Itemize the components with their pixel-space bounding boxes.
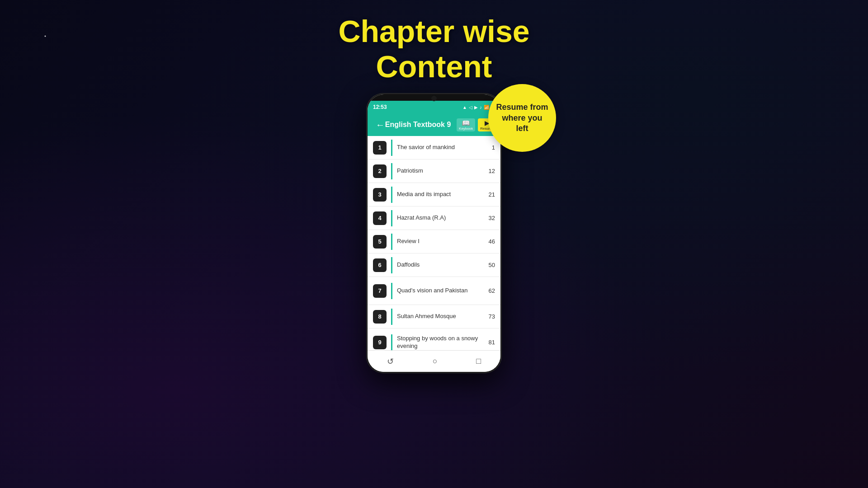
chapter-divider [391,234,392,250]
resume-bubble[interactable]: Resume from where you left [488,84,556,152]
refresh-button[interactable]: ↺ [380,353,401,370]
chapter-page: 1 [492,144,495,151]
keybook-icon-box[interactable]: 📖 Keybook [457,118,475,131]
book-icon: 📖 [462,119,470,127]
chapter-num-badge: 6 [373,258,387,272]
chapter-page: 32 [489,215,495,221]
svg-point-0 [45,36,46,37]
music-icon: ♪ [480,105,482,110]
wifi-icon: 📶 [484,105,489,110]
chapter-page: 21 [489,191,495,198]
chapter-num-badge: 5 [373,235,387,249]
chapter-page: 62 [489,287,495,294]
page-title: Chapter wise Content [338,14,529,84]
chapter-divider [391,334,392,351]
chapter-page: 50 [489,262,495,268]
chapter-divider [391,187,392,203]
chapter-num-badge: 8 [373,310,387,324]
chapter-page: 73 [489,313,495,320]
chapter-name: Patriotism [397,167,489,175]
resume-text: Resume from where you left [495,102,549,134]
chapter-divider [391,309,392,325]
chapter-name: Media and its impact [397,191,489,198]
chapter-item-3[interactable]: 3 Media and its impact 21 [368,183,500,206]
chapter-page: 46 [489,238,495,245]
home-button[interactable]: ○ [425,353,445,370]
keybook-label: Keybook [459,127,473,131]
chapter-list: 1 The savior of mankind 1 2 Patriotism 1… [368,136,500,350]
chapter-item-1[interactable]: 1 The savior of mankind 1 [368,136,500,160]
chapter-divider [391,210,392,226]
chapter-num-badge: 3 [373,188,387,202]
chapter-name: Review I [397,238,489,245]
chapter-page: 81 [489,339,495,346]
signal-icon: ▲ [462,105,467,110]
chapter-item-8[interactable]: 8 Sultan Ahmed Mosque 73 [368,305,500,328]
phone-screen: 12:53 ▲ ◁ ▶ ♪ 📶 ⚙ ← English Textbook 9 📖 [368,94,500,372]
chapter-divider [391,283,392,299]
chapter-page: 12 [489,168,495,174]
chapter-name: Hazrat Asma (R.A) [397,214,489,222]
phone-container: Resume from where you left 12:53 ▲ ◁ ▶ ♪… [366,93,502,373]
chapter-name: The savior of mankind [397,144,492,151]
chapter-name: Daffodils [397,261,489,269]
youtube-icon: ▶ [474,105,478,110]
chapter-num-badge: 4 [373,211,387,225]
chapter-item-6[interactable]: 6 Daffodils 50 [368,253,500,277]
chapter-item-2[interactable]: 2 Patriotism 12 [368,160,500,183]
bottom-navigation: ↺ ○ □ [368,350,500,372]
chapter-item-9[interactable]: 9 Stopping by woods on a snowy evening 8… [368,328,500,350]
chapter-num-badge: 2 [373,164,387,178]
chapter-name: Quad's vision and Pakistan [397,287,489,295]
chapter-divider [391,163,392,179]
camera-notch [431,96,437,101]
chapter-name: Stopping by woods on a snowy evening [397,335,489,350]
status-time: 12:53 [373,104,387,110]
chapter-divider [391,257,392,273]
chapter-item-5[interactable]: 5 Review I 46 [368,230,500,253]
chapter-num-badge: 9 [373,336,387,349]
chapter-item-4[interactable]: 4 Hazrat Asma (R.A) 32 [368,206,500,230]
chapter-num-badge: 1 [373,141,387,155]
chapter-item-7[interactable]: 7 Quad's vision and Pakistan 62 [368,277,500,305]
stars-decoration [0,0,136,68]
phone-mockup: Resume from where you left 12:53 ▲ ◁ ▶ ♪… [366,93,502,373]
back-nav-button[interactable]: □ [469,353,488,370]
chapter-num-badge: 7 [373,284,387,298]
chapter-name: Sultan Ahmed Mosque [397,313,489,320]
app-header: ← English Textbook 9 📖 Keybook ▶ Resume [368,113,500,136]
status-bar: 12:53 ▲ ◁ ▶ ♪ 📶 ⚙ [368,101,500,113]
location-icon: ◁ [469,105,472,110]
header-title: English Textbook 9 [379,121,457,129]
chapter-divider [391,140,392,156]
